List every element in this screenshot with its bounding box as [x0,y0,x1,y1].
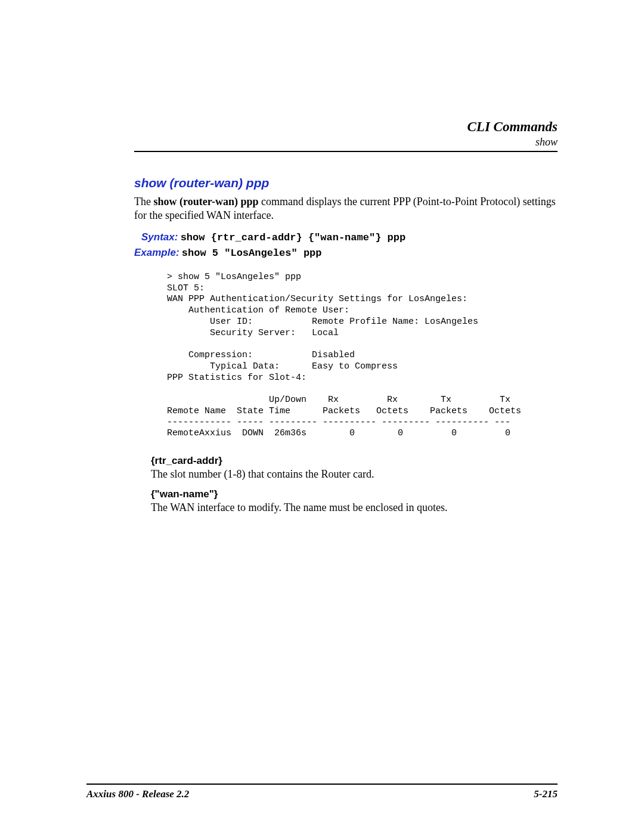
intro-paragraph: The show (router-wan) ppp command displa… [134,195,558,223]
page-footer: Axxius 800 - Release 2.2 5-215 [86,784,558,800]
example-label: Example: [134,247,179,258]
page: CLI Commands show show (router-wan) ppp … [0,0,644,833]
example-command: show 5 "LosAngeles" ppp [182,247,322,259]
header-title: CLI Commands [134,119,558,135]
page-header: CLI Commands show [134,119,558,148]
footer-row: Axxius 800 - Release 2.2 5-215 [86,788,558,800]
param-name-wan-name: {"wan-name"} [151,488,558,500]
footer-rule [86,784,558,785]
footer-left: Axxius 800 - Release 2.2 [86,788,189,800]
header-rule [134,151,558,152]
param-name-rtr-card-addr: {rtr_card-addr} [151,455,558,467]
cli-output-block: > show 5 "LosAngeles" ppp SLOT 5: WAN PP… [167,272,558,439]
footer-right: 5-215 [534,788,558,800]
intro-bold: show (router-wan) ppp [153,196,258,208]
param-desc-rtr-card-addr: The slot number (1-8) that contains the … [151,467,558,481]
header-subtitle: show [134,136,558,148]
syntax-command: show {rtr_card-addr} {"wan-name"} ppp [181,232,405,243]
syntax-label: Syntax: [141,231,178,243]
syntax-line: Syntax: show {rtr_card-addr} {"wan-name"… [141,231,558,243]
param-desc-wan-name: The WAN interface to modify. The name mu… [151,501,558,515]
example-line: Example: show 5 "LosAngeles" ppp [134,247,558,259]
intro-pre: The [134,196,153,208]
section-title: show (router-wan) ppp [134,176,558,190]
